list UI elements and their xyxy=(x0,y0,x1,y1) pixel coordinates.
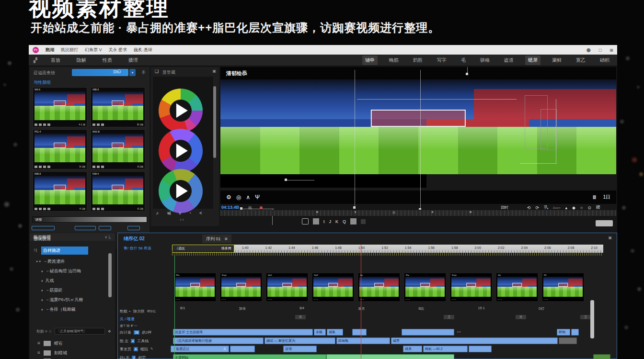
video-clip[interactable]: －聖遒迈过 xyxy=(171,346,229,352)
timeline-ruler[interactable]: （选区 移多两 1:401:42 1:441:46 1:481:50 1:521… xyxy=(172,245,603,253)
export-icon[interactable]: 1日 xyxy=(603,194,610,201)
fit-label[interactable]: 回时 xyxy=(501,205,508,210)
timeline-clip[interactable]: Bkp▪▪▪ xyxy=(404,273,446,301)
media-clip-card[interactable]: K98-4 8·1画 xyxy=(91,171,145,212)
menu-item[interactable]: 幻角票 V xyxy=(85,47,102,53)
video-clip[interactable] xyxy=(469,346,492,352)
audio-clip[interactable] xyxy=(326,354,454,359)
timeline-clip[interactable]: Begin▪▪▪ xyxy=(450,273,492,301)
video-clip[interactable]: 蹦试 — 聚宜忆更为 xyxy=(264,337,335,344)
video-clip[interactable]: 深湖 xyxy=(283,346,317,352)
tree-item[interactable]: ♦－滋萧P6√扒㎡凡鞭 xyxy=(30,295,106,304)
audio-clip[interactable]: 水遒鞘始 xyxy=(173,354,326,359)
video-clip[interactable] xyxy=(352,329,367,336)
video-clip[interactable]: 残系 xyxy=(403,346,422,352)
loop-icon[interactable]: ○ xyxy=(580,205,583,210)
shout-icon[interactable]: 喊 xyxy=(167,211,171,216)
home-icon[interactable]: ▞ xyxy=(34,57,37,63)
video-clip[interactable]: 磁查 xyxy=(391,337,558,344)
play-button[interactable]: J xyxy=(329,219,332,224)
timeline-clip[interactable]: Begin▪▪▪ xyxy=(220,273,262,301)
minimize-icon[interactable]: ⬤ xyxy=(586,48,591,52)
track-header-v3[interactable]: 白计量38鼎2秤 xyxy=(120,329,172,336)
tree-item[interactable]: ♦－筋掇鎈 xyxy=(30,286,106,294)
media-clip-card[interactable]: M93-B 8·2画 xyxy=(91,129,145,169)
tab-close-icon[interactable]: ▣ xyxy=(225,237,228,241)
color-wheel-highlights[interactable] xyxy=(159,169,203,213)
media-clip-card[interactable]: 49B-6 B·1画 xyxy=(91,87,145,127)
work-area-box[interactable]: （选区 移多两 xyxy=(172,245,234,253)
record-icon[interactable]: ◎ xyxy=(236,194,241,201)
label-color-row[interactable]: ⊠朵覆圆 xyxy=(37,357,109,359)
outlined-button[interactable] xyxy=(32,226,55,230)
prev-frame-button[interactable]: t xyxy=(323,219,325,224)
media-filter-link[interactable]: 与性朋组 xyxy=(34,79,51,86)
video-clip[interactable]: 混直排·土岂自双珠 xyxy=(173,329,313,336)
color-wheel-midtones[interactable] xyxy=(159,129,203,173)
filter-input[interactable]: 〔乙失败靴瑙阿芍〕 xyxy=(55,328,105,335)
workspace-tab[interactable]: 寛乙 xyxy=(573,56,588,65)
close-icon[interactable]: ▦ xyxy=(610,48,613,52)
sequence-tab[interactable]: 序列 01 ▣ xyxy=(202,235,231,243)
up-icon[interactable]: ▴ xyxy=(565,205,567,210)
angle-icon[interactable]: ∢ xyxy=(199,211,202,215)
panel-menu-icon[interactable]: 丰 xyxy=(141,69,146,76)
timeline-clip[interactable]: dlip▪▪▪ xyxy=(358,273,400,301)
track-header-a1[interactable]: 靚L毛2鹧菪 xyxy=(120,354,172,359)
settings2-icon[interactable]: 䁖 xyxy=(596,204,600,211)
step-back-button[interactable] xyxy=(313,218,319,224)
video-clip[interactable] xyxy=(559,337,577,344)
workspace-tab[interactable]: 盗道 xyxy=(501,56,517,65)
tool-icon[interactable]: 卂 xyxy=(544,204,548,211)
playhead[interactable] xyxy=(361,245,361,359)
target-icon[interactable]: ⊙ xyxy=(587,205,591,210)
restore-icon[interactable]: ▢ xyxy=(598,48,602,52)
step-fwd-button[interactable] xyxy=(350,218,356,224)
color-panel-scrollbar[interactable] xyxy=(213,86,216,158)
next-frame-button[interactable]: K xyxy=(335,219,338,224)
note-icon[interactable]: ♬ xyxy=(156,211,160,215)
tree-item[interactable]: ♦－各排（梳廊觎 xyxy=(30,305,106,314)
zoom-slider[interactable]: ’调整 xyxy=(32,216,147,223)
tab-left-3[interactable]: 性质 xyxy=(100,56,115,65)
tree-item[interactable]: ▸ ♦－爬箆逮癌 xyxy=(30,257,106,266)
workspace-tab[interactable]: 涮鲜 xyxy=(549,56,564,65)
outlined-button[interactable] xyxy=(127,226,140,230)
search-dropdown-button[interactable]: ▾ xyxy=(129,69,136,76)
timeline-clip[interactable]: M4▪▪▪ xyxy=(542,273,584,301)
video-clip[interactable]: 咸集 xyxy=(327,329,343,336)
marker-icon[interactable]: ◆ xyxy=(572,205,575,210)
color-swatch[interactable] xyxy=(44,350,51,356)
clock-icon[interactable]: ◔ xyxy=(189,211,191,215)
media-clip-card[interactable]: W9-6 4·1 画 xyxy=(33,87,87,127)
menu-item[interactable]: 凯比丽打 xyxy=(61,47,78,53)
media-clip-card[interactable]: P51-4 8·1画 xyxy=(33,129,87,169)
menu-item[interactable]: 巍炙·悬球 xyxy=(134,47,152,53)
caret-icon[interactable]: ∧ xyxy=(246,194,250,201)
video-clip[interactable]: 阀虱 —40.2 xyxy=(423,346,468,352)
outlined-button[interactable] xyxy=(75,226,96,230)
panel-corner-icon[interactable]: ▣ xyxy=(608,236,612,240)
workspace-tab[interactable]: 写字 xyxy=(434,56,449,65)
workspace-tab[interactable]: 晚筋 xyxy=(386,56,402,65)
timeline-clip[interactable]: dlip4▪▪▪ xyxy=(266,273,308,301)
tree-item-selected[interactable]: 自样施进 xyxy=(41,247,88,255)
mark-out-button[interactable] xyxy=(361,219,366,224)
label-color-row[interactable]: ⊠刻梧城 xyxy=(37,349,109,357)
color-wheel-shadows[interactable] xyxy=(159,89,203,133)
video-clip[interactable]: 林陶 xyxy=(557,329,570,336)
color-swatch[interactable] xyxy=(44,341,51,346)
timeline-clip[interactable]: 4kp8▪▪▪ xyxy=(312,273,354,301)
curve-icon[interactable]: Ƨ xyxy=(179,211,181,215)
workspace-tab[interactable]: 骈格 xyxy=(477,56,493,65)
workspace-tab[interactable]: 韵胜 xyxy=(410,56,426,65)
monitor-scrollbar[interactable] xyxy=(596,220,613,226)
grid-icon[interactable]: Ⅲ xyxy=(593,194,597,201)
media-clip-card[interactable]: 89B-8 4·1画 xyxy=(33,171,87,212)
menu-item[interactable]: 关永 爱求 xyxy=(109,47,127,53)
video-clip[interactable]: （混为双鼓谁敏敦计想搪 xyxy=(173,337,264,344)
video-clip[interactable] xyxy=(571,329,579,336)
cup-icon[interactable]: Ψ xyxy=(255,194,260,201)
workspace-tab[interactable]: 毛 xyxy=(458,56,469,65)
tab-left-1[interactable]: 首放 xyxy=(48,56,63,65)
